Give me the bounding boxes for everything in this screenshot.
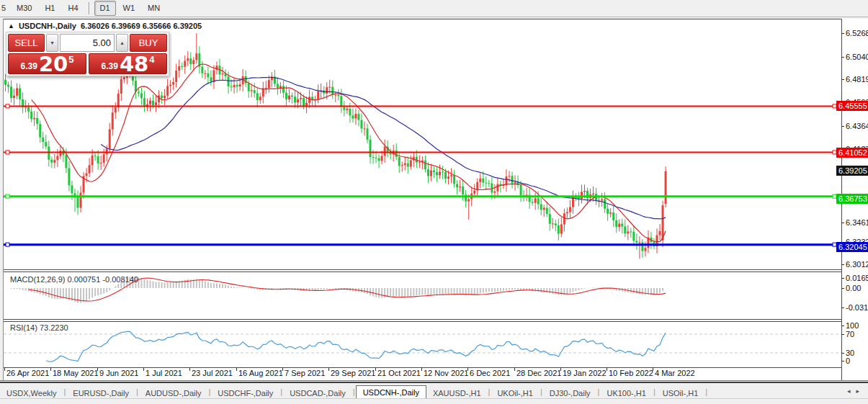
timeframe-button-d1[interactable]: D1 xyxy=(94,1,116,16)
svg-text:6.45555: 6.45555 xyxy=(838,102,867,110)
buy-price-big-digits: 48 xyxy=(120,55,148,73)
svg-text:6.32045: 6.32045 xyxy=(838,243,867,251)
macd-tick-label: 0.01658 xyxy=(846,274,868,282)
buy-price-pip: 4 xyxy=(149,54,154,65)
rsi-tick-label: 100 xyxy=(846,321,859,330)
macd-tick-label: 0.00 xyxy=(846,284,861,292)
date-tick-label: 23 Jul 2021 xyxy=(192,369,233,377)
price-tick-label: 6.52680 xyxy=(846,29,868,37)
price-tick-label: 6.50405 xyxy=(846,53,868,61)
date-tick-label: 28 Dec 2021 xyxy=(516,369,561,377)
line-handle[interactable] xyxy=(6,104,9,108)
sell-price-panel[interactable]: 6.39 20 5 xyxy=(8,53,86,74)
chart-title: ▲ USDCNH-,Daily 6.36026 6.39669 6.35666 … xyxy=(8,22,202,30)
date-tick-label: 21 Oct 2021 xyxy=(377,369,421,377)
date-tick-label: 10 Feb 2022 xyxy=(609,369,653,377)
chart-symbol-label: USDCNH-,Daily xyxy=(19,22,76,30)
price-level-label: 6.41052 xyxy=(836,148,868,158)
timeframe-button-mn[interactable]: MN xyxy=(142,1,166,16)
price-level-label: 6.45555 xyxy=(836,101,868,111)
chart-expand-icon[interactable]: ▲ xyxy=(8,22,14,30)
svg-text:6.41052: 6.41052 xyxy=(838,148,867,157)
one-click-trade-widget: SELL ▾ ▴ BUY 6.39 20 5 6.39 48 4 xyxy=(6,32,169,76)
timeframe-button-h4[interactable]: H4 xyxy=(62,1,84,16)
sell-price-big-digits: 20 xyxy=(39,55,68,73)
line-handle[interactable] xyxy=(6,151,9,154)
trading-terminal-window: 6.526806.504056.481956.459386.436456.413… xyxy=(0,0,868,404)
timeframe-button-5[interactable]: 5 xyxy=(1,1,9,16)
line-handle[interactable] xyxy=(833,104,836,108)
svg-text:6.36753: 6.36753 xyxy=(838,194,867,203)
line-handle[interactable] xyxy=(833,243,836,246)
sell-price-prefix: 6.39 xyxy=(21,61,37,71)
timeframe-button-w1[interactable]: W1 xyxy=(117,1,141,16)
price-tick-label: 6.34610 xyxy=(846,218,868,227)
date-tick-label: 18 May 2021 xyxy=(53,369,99,377)
date-tick-label: 9 Jun 2021 xyxy=(99,369,138,377)
macd-indicator-label: MACD(12,26,9) 0.000751 -0.008140 xyxy=(10,275,138,284)
buy-price-panel[interactable]: 6.39 48 4 xyxy=(89,53,167,74)
chart-ohlc-values: 6.36026 6.39669 6.35666 6.39205 xyxy=(81,22,202,30)
svg-text:6.39205: 6.39205 xyxy=(838,166,867,175)
status-bar xyxy=(0,398,868,404)
timeframe-button-m30[interactable]: M30 xyxy=(11,1,37,16)
timeframe-toolbar: 5M30H1H4D1W1MN xyxy=(0,0,868,17)
line-handle[interactable] xyxy=(6,194,9,198)
rsi-tick-label: 70 xyxy=(846,330,854,338)
price-level-label: 6.32045 xyxy=(836,242,868,252)
timeframe-button-h1[interactable]: H1 xyxy=(39,1,61,16)
toolbar-separator xyxy=(89,2,90,14)
date-tick-label: 12 Nov 2021 xyxy=(424,369,468,377)
tab-scroll-right-icon[interactable]: ▸ xyxy=(856,387,865,395)
line-handle[interactable] xyxy=(833,151,836,154)
tab-scroll-arrows[interactable]: ◂▸ xyxy=(847,387,865,395)
rsi-indicator-label: RSI(14) 73.2230 xyxy=(10,323,68,332)
price-level-label: 6.39205 xyxy=(836,166,868,176)
volume-decrease-button[interactable]: ▾ xyxy=(46,34,58,52)
date-axis: 26 Apr 202118 May 20219 Jun 20211 Jul 20… xyxy=(5,368,695,377)
buy-button[interactable]: BUY xyxy=(130,34,167,52)
date-tick-label: 4 Mar 2022 xyxy=(655,369,695,377)
volume-increase-button[interactable]: ▴ xyxy=(116,34,128,52)
chart-tab-bar: USDX,Weekly|EURUSD-,Daily|AUDUSD-,Daily|… xyxy=(0,382,868,400)
price-tick-label: 6.30125 xyxy=(846,260,868,269)
chart-tab-usdcnh-daily[interactable]: USDCNH-,Daily xyxy=(356,385,426,400)
line-handle[interactable] xyxy=(833,194,836,198)
line-handle[interactable] xyxy=(6,243,9,246)
date-tick-label: 19 Jan 2022 xyxy=(563,369,607,377)
date-tick-label: 29 Sep 2021 xyxy=(331,369,375,377)
macd-tick-label: -0.03142 xyxy=(846,303,868,312)
volume-input[interactable] xyxy=(60,34,115,52)
price-level-label: 6.36753 xyxy=(836,194,868,204)
price-tick-label: 6.48195 xyxy=(846,75,868,84)
date-tick-label: 7 Sep 2021 xyxy=(285,369,325,377)
tab-scroll-left-icon[interactable]: ◂ xyxy=(847,387,856,395)
price-tick-label: 6.43645 xyxy=(846,122,868,130)
tab-divider: | xyxy=(704,387,708,396)
date-tick-label: 1 Jul 2021 xyxy=(146,369,182,377)
date-tick-label: 6 Dec 2021 xyxy=(470,369,510,377)
date-tick-label: 26 Apr 2021 xyxy=(6,369,49,377)
sell-price-pip: 5 xyxy=(68,54,73,65)
sell-button[interactable]: SELL xyxy=(8,34,45,52)
buy-price-prefix: 6.39 xyxy=(102,61,118,71)
date-tick-label: 16 Aug 2021 xyxy=(238,369,283,377)
rsi-tick-label: 0 xyxy=(846,356,850,365)
